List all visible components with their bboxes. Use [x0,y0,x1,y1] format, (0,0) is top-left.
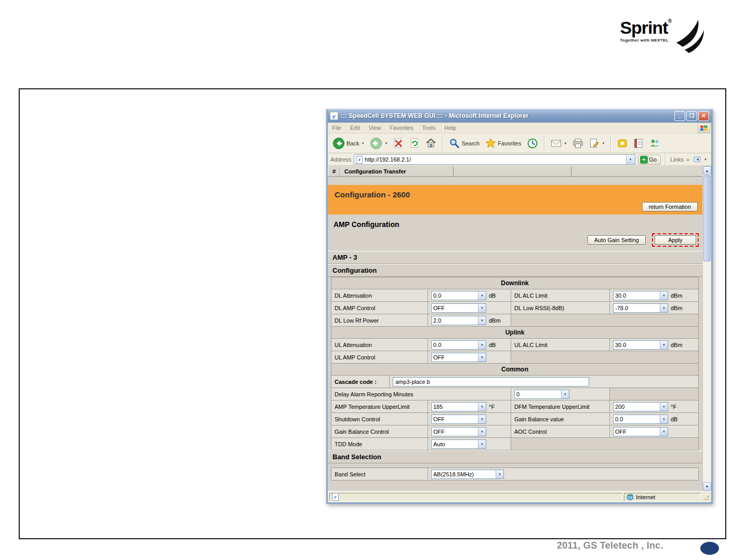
ul-alc-limit-label: UL ALC Limit [511,339,610,351]
select-value: 0.0 [614,415,660,423]
gain-balance-control-select[interactable]: OFF▼ [431,427,486,436]
cascade-code-input[interactable]: amp3-place b [393,377,589,386]
chevron-down-icon: ▼ [478,353,486,362]
cascade-code-label: Cascade code : [331,376,390,388]
address-input[interactable]: e http://192.168.2.1/ ▼ [354,154,635,165]
menu-item-help[interactable]: Help [444,125,456,131]
auto-gain-setting-button[interactable]: Auto Gain Setting [588,235,646,245]
forward-button[interactable]: ▼ [368,136,389,151]
address-label: Address [330,156,351,163]
dl-low-rf-power-select[interactable]: 2.0▼ [431,316,486,325]
search-button[interactable]: Search [447,137,481,150]
refresh-button[interactable] [408,137,421,150]
menu-item-file[interactable]: File [332,125,341,131]
back-button[interactable]: Back ▼ [331,136,366,151]
favorites-button[interactable]: Favorites [484,137,523,150]
menu-item-view[interactable]: View [369,125,381,131]
resize-grip[interactable] [702,494,710,501]
empty-cell [511,438,698,450]
ul-amp-control-select[interactable]: OFF▼ [431,353,486,362]
return-formation-button[interactable]: return Formation [642,202,698,211]
section-band-selection: Band Selection [328,450,702,463]
delay-alarm-select[interactable]: 0▼ [514,390,569,399]
scrollbar-track[interactable] [703,262,711,482]
sprint-logo-text: Sprint® Together with NEXTEL [620,19,671,43]
dfm-temperature-upperlimit-label: DFM Temperature UpperLimit [511,401,610,412]
messenger-yellow-button[interactable] [616,137,629,150]
home-button[interactable] [424,137,438,150]
apply-button[interactable]: Apply [655,235,696,245]
webpage-content: # Configuration Transfer Configuration -… [328,166,702,491]
page-title: Configuration - 2600 [328,185,702,199]
history-icon [527,138,538,149]
scroll-up-button[interactable]: ▲ [703,166,711,175]
unit-label: dB [671,416,677,422]
gain-balance-value-label: Gain Balance value [511,413,610,425]
stop-button[interactable] [392,137,405,150]
page-banner: Configuration - 2600 return Formation [328,185,702,215]
links-extra-button[interactable]: ▼ [692,155,709,164]
minimize-button[interactable]: _ [674,111,685,121]
menu-item-edit[interactable]: Edit [350,125,360,131]
dl-alc-limit-select[interactable]: 30.0▼ [613,291,668,300]
select-value: OFF [432,353,478,362]
dl-attenuation-select[interactable]: 0.0▼ [431,291,486,300]
mail-icon [551,139,562,148]
address-url: http://192.168.2.1/ [365,156,625,163]
unit-label: dB [489,292,496,299]
sprint-tagline: Together with NEXTEL [620,38,671,43]
menu-item-favorites[interactable]: Favorites [390,125,413,131]
history-button[interactable] [525,137,540,150]
go-button[interactable]: ➜ Go [638,155,661,165]
shutdown-control-select[interactable]: OFF▼ [431,415,486,424]
dl-alc-limit-label: DL ALC Limit [511,289,610,301]
toolbar-separator [544,136,545,151]
status-bar: e Internet [328,491,711,502]
gain-balance-value-select[interactable]: 0.0▼ [613,415,668,424]
toolbar-separator [442,136,443,151]
dl-low-rssi-select[interactable]: -78.0▼ [613,303,668,313]
section-configuration: Configuration [328,264,702,277]
dl-amp-control-label: DL AMP Control [331,302,428,314]
scroll-down-button[interactable]: ▼ [703,482,711,491]
ul-alc-limit-select[interactable]: 30.0▼ [613,340,668,350]
toolbar-separator [665,152,666,167]
menu-item-tools[interactable]: Tools [422,125,436,131]
print-button[interactable] [571,137,585,150]
forward-icon [370,137,382,150]
back-icon [332,137,345,150]
nav-spacer [454,167,571,176]
dfm-temperature-upperlimit-select[interactable]: 200▼ [613,402,668,411]
amp-temperature-upperlimit-select[interactable]: 185▼ [431,402,486,411]
scrollbar-thumb[interactable] [703,176,711,261]
mail-button[interactable]: ▼ [549,138,568,149]
sprint-brand: Sprint® [620,19,671,36]
table-row: Delay Alarm Reporting Minutes 0▼ [331,388,698,400]
chevron-down-icon: ▼ [602,142,605,145]
search-label: Search [461,140,479,146]
journal-button[interactable] [632,137,645,150]
vertical-scrollbar[interactable]: ▲ ▼ [702,166,711,491]
messenger-button[interactable] [648,137,662,150]
print-icon [572,138,583,149]
select-value: OFF [432,304,478,312]
unit-label: °F [489,404,495,410]
chevron-down-icon: ▼ [478,428,486,436]
select-value: 0.0 [432,291,478,300]
tdd-mode-select[interactable]: Auto▼ [431,439,486,449]
address-dropdown-button[interactable]: ▼ [626,155,635,164]
nav-hash-cell[interactable]: # [328,167,340,176]
ul-attenuation-select[interactable]: 0.0▼ [431,340,486,350]
aoc-control-select[interactable]: OFF▼ [613,427,668,436]
band-select-select[interactable]: AB(2518.5MHz)▼ [431,470,504,479]
links-menu[interactable]: Links » [670,156,689,163]
maximize-button[interactable]: ❐ [686,111,697,121]
chevron-down-icon: ▼ [384,142,388,145]
dl-amp-control-select[interactable]: OFF▼ [431,303,486,313]
title-bar[interactable]: e ::: SpeedCell SYSTEM WEB GUI ::: - Mic… [328,109,711,123]
close-button[interactable]: ✕ [698,111,709,121]
nav-tab-configuration-transfer[interactable]: Configuration Transfer [340,167,454,176]
table-row: Shutdown Control OFF▼ Gain Balance value… [331,412,698,425]
select-value: 185 [432,403,478,411]
edit-button[interactable]: ▼ [588,137,606,150]
